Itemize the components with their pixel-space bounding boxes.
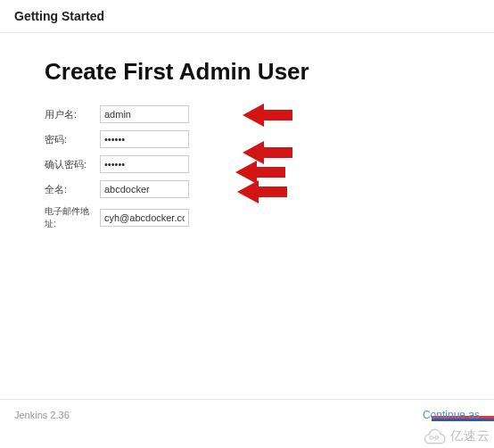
version-label: Jenkins 2.36 xyxy=(14,410,70,420)
label-confirm-password: 确认密码: xyxy=(45,158,100,171)
wizard-header-title: Getting Started xyxy=(14,9,480,23)
confirm-password-input[interactable] xyxy=(100,155,189,173)
svg-point-5 xyxy=(435,436,439,440)
label-password: 密码: xyxy=(45,133,100,146)
svg-point-4 xyxy=(430,436,433,440)
continue-as-admin-link[interactable]: Continue as xyxy=(423,409,480,421)
row-password: 密码: xyxy=(45,130,449,148)
email-input[interactable] xyxy=(100,209,189,227)
label-username: 用户名: xyxy=(45,108,100,121)
label-email: 电子邮件地址: xyxy=(45,205,100,230)
fullname-input[interactable] xyxy=(100,180,189,198)
watermark-text: 亿速云 xyxy=(450,428,490,444)
row-email: 电子邮件地址: xyxy=(45,205,449,230)
wizard-header: Getting Started xyxy=(0,0,494,33)
password-input[interactable] xyxy=(100,130,189,148)
username-input[interactable] xyxy=(100,105,189,123)
row-fullname: 全名: xyxy=(45,180,449,198)
page-title: Create First Admin User xyxy=(45,58,449,86)
row-username: 用户名: xyxy=(45,105,449,123)
svg-marker-0 xyxy=(243,104,292,127)
label-fullname: 全名: xyxy=(45,183,100,196)
arrow-annotation-icon xyxy=(243,100,292,134)
wizard-footer: Jenkins 2.36 Continue as xyxy=(0,399,494,448)
svg-marker-3 xyxy=(237,180,287,203)
wizard-content: Create First Admin User 用户名: 密码: 确认密码: 全… xyxy=(0,33,494,230)
row-confirm-password: 确认密码: xyxy=(45,155,449,173)
watermark: 亿速云 xyxy=(422,428,490,444)
cloud-icon xyxy=(422,428,447,444)
